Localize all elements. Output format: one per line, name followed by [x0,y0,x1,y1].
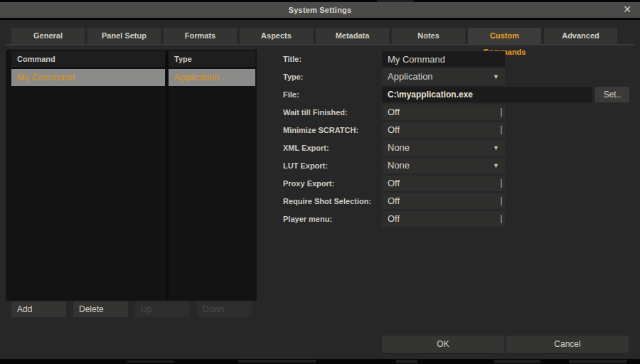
file-label: File: [283,87,299,102]
background-app-remnant [494,360,540,363]
title-input[interactable] [382,51,505,67]
tab-metadata[interactable]: Metadata [316,28,389,44]
lut-export-label: LUT Export: [283,158,328,173]
player-menu-toggle[interactable]: Off [382,211,505,227]
background-app-remnant [569,360,627,363]
column-divider [166,51,169,299]
tab-aspects[interactable]: Aspects [240,28,313,44]
background-app-remnant [238,360,316,363]
require-shot-selection-value: Off [388,196,400,206]
tab-custom-commands[interactable]: Custom Commands [468,28,541,46]
file-input[interactable] [382,87,592,102]
cancel-button[interactable]: Cancel [506,336,629,353]
lut-export-dropdown[interactable]: None ▼ [382,158,505,173]
background-app-remnant [396,360,417,363]
wait-till-finished-toggle[interactable]: Off [382,105,505,120]
ok-button[interactable]: OK [382,336,504,353]
xml-export-label: XML Export: [283,140,329,156]
proxy-export-label: Proxy Export: [283,176,334,191]
wait-till-finished-label: Wait till Finished: [283,105,348,120]
proxy-export-value: Off [388,178,400,188]
table-row-command-cell[interactable]: My Command [11,69,165,86]
tab-general[interactable]: General [11,28,85,44]
up-button[interactable]: Up [135,301,190,317]
lut-export-value: None [388,160,410,171]
delete-button[interactable]: Delete [73,301,128,317]
chevron-down-icon: ▼ [493,69,499,85]
tab-panel-setup[interactable]: Panel Setup [87,28,161,44]
require-shot-selection-toggle[interactable]: Off [382,193,505,209]
table-row-type-cell[interactable]: Application [169,69,255,86]
tab-notes[interactable]: Notes [392,28,465,44]
close-icon[interactable]: ✕ [621,2,634,18]
tab-advanced[interactable]: Advanced [544,28,617,44]
slider-handle-icon [501,215,502,223]
slider-handle-icon [501,126,502,134]
proxy-export-toggle[interactable]: Off [382,176,505,191]
titlebar: System Settings ✕ [0,2,640,18]
minimize-scratch-label: Minimize SCRATCH: [283,122,358,138]
column-header-command: Command [11,51,165,67]
xml-export-value: None [388,142,410,153]
xml-export-dropdown[interactable]: None ▼ [382,140,505,156]
chevron-down-icon: ▼ [493,158,499,173]
tab-formats[interactable]: Formats [164,28,237,44]
minimize-scratch-toggle[interactable]: Off [382,122,505,138]
chevron-down-icon: ▼ [493,140,499,156]
set-file-button[interactable]: Set.. [595,87,629,102]
wait-till-finished-value: Off [388,107,400,117]
background-app-remnant [127,360,174,363]
column-header-type: Type [169,51,255,67]
tab-underline [6,44,634,46]
type-label: Type: [283,69,304,85]
minimize-scratch-value: Off [388,124,400,135]
slider-handle-icon [501,197,502,205]
add-button[interactable]: Add [11,301,66,317]
slider-handle-icon [501,108,502,117]
down-button[interactable]: Down [197,301,252,317]
title-label: Title: [283,51,302,67]
command-table-panel [6,50,257,301]
screen: System Settings ✕ General Panel Setup Fo… [0,0,640,364]
player-menu-value: Off [388,213,400,224]
type-dropdown-value: Application [388,71,433,82]
dialog-title: System Settings [0,2,640,18]
player-menu-label: Player menu: [283,211,332,227]
slider-handle-icon [501,179,502,188]
type-dropdown[interactable]: Application ▼ [382,69,505,85]
require-shot-selection-label: Require Shot Selection: [283,193,371,209]
